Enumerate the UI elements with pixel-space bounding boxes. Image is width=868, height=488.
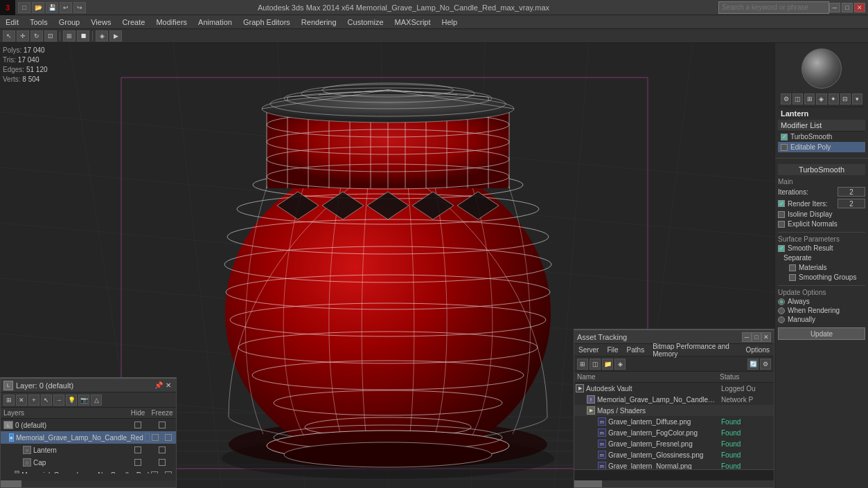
iterations-input[interactable] (838, 187, 865, 197)
layer-hide-cap[interactable] (134, 459, 141, 466)
asset-item-diffuse[interactable]: m Grave_lantern_Diffuse.png Found (574, 416, 774, 427)
always-radio[interactable] (778, 298, 785, 305)
right-tool-5[interactable]: ✦ (829, 93, 839, 105)
maximize-button[interactable]: □ (842, 3, 853, 12)
asset-tool-3[interactable]: 📁 (602, 359, 613, 370)
modifier-checkbox-editablepoly[interactable] (781, 144, 788, 151)
layer-tool-geom[interactable]: △ (91, 395, 102, 406)
search-input[interactable] (718, 1, 829, 14)
modifier-editablepoly[interactable]: Editable Poly (778, 142, 865, 152)
smoothing-checkbox[interactable] (789, 274, 796, 281)
tool-snap[interactable]: 🔲 (77, 30, 89, 42)
menu-group[interactable]: Group (53, 17, 86, 28)
layer-tool-delete[interactable]: ✕ (16, 395, 27, 406)
smooth-result-checkbox[interactable]: ✓ (778, 245, 785, 252)
asset-menu-paths[interactable]: Paths (623, 345, 649, 354)
minimize-button[interactable]: ─ (829, 3, 840, 12)
menu-views[interactable]: Views (85, 17, 116, 28)
manually-radio[interactable] (778, 316, 785, 323)
layer-pin-button[interactable]: 📌 (154, 381, 163, 390)
asset-item-vault[interactable]: ▶ Autodesk Vault Logged Ou (574, 383, 774, 394)
layer-hide-lantern[interactable] (134, 446, 141, 453)
right-tool-4[interactable]: ◈ (816, 93, 826, 105)
tool-select[interactable]: ↖ (3, 30, 15, 42)
layer-tool-select[interactable]: ↖ (41, 395, 52, 406)
tool-scale[interactable]: ⊡ (44, 30, 57, 42)
render-iters-input[interactable] (838, 199, 865, 208)
layer-tool-light[interactable]: 💡 (66, 395, 77, 406)
asset-tool-4[interactable]: ◈ (614, 359, 626, 370)
layer-freeze-memorial2[interactable] (165, 471, 172, 473)
right-tool-1[interactable]: ⚙ (781, 93, 791, 105)
materials-checkbox[interactable] (789, 264, 796, 271)
menu-maxscript[interactable]: MAXScript (389, 17, 436, 28)
asset-tool-1[interactable]: ⊞ (577, 359, 588, 370)
asset-item-glossiness[interactable]: m Grave_lantern_Glossiness.png Found (574, 449, 774, 460)
layer-freeze-cap[interactable] (159, 459, 166, 466)
asset-item-maps[interactable]: ▶ Maps / Shaders (574, 405, 774, 416)
tool-ref-coord[interactable]: ⊞ (63, 30, 76, 42)
asset-maximize-button[interactable]: □ (752, 332, 761, 342)
render-iters-checkbox[interactable]: ✓ (778, 200, 785, 207)
close-button[interactable]: ✕ (854, 3, 865, 12)
layer-item-memorial2[interactable]: ○ Memorial_Grave_Lamp_No_Candle_Red (1, 469, 176, 473)
right-tool-7[interactable]: ▾ (852, 93, 862, 105)
tool-material-editor[interactable]: ◈ (96, 30, 108, 42)
asset-menu-options[interactable]: Options (742, 345, 774, 354)
tool-rotate[interactable]: ↻ (30, 30, 43, 42)
layer-item-default[interactable]: L 0 (default) (1, 419, 176, 431)
layer-tool-camera[interactable]: 📷 (78, 395, 89, 406)
menu-customize[interactable]: Customize (342, 17, 389, 28)
update-button[interactable]: Update (778, 327, 865, 340)
tool-render[interactable]: ▶ (109, 30, 122, 42)
asset-item-file[interactable]: f Memorial_Grave_Lamp_No_Candle_Red_max_… (574, 394, 774, 405)
asset-tool-5[interactable]: 🔄 (747, 359, 759, 370)
right-tool-3[interactable]: ⊞ (804, 93, 815, 105)
asset-item-fresnel[interactable]: m Grave_lantern_Fresnel.png Found (574, 438, 774, 449)
asset-minimize-button[interactable]: ─ (742, 332, 752, 342)
layer-freeze-lantern[interactable] (159, 446, 166, 453)
layer-freeze-memorial[interactable] (165, 434, 172, 441)
menu-edit[interactable]: Edit (0, 17, 24, 28)
layer-hide-default[interactable] (134, 422, 141, 428)
when-rendering-radio[interactable] (778, 307, 785, 314)
explicit-checkbox[interactable] (778, 221, 785, 228)
menu-modifiers[interactable]: Modifiers (150, 17, 193, 28)
layer-hide-memorial2[interactable] (151, 471, 158, 473)
layer-hide-memorial[interactable] (152, 434, 159, 441)
asset-menu-server[interactable]: Server (574, 345, 603, 354)
layer-close-button[interactable]: ✕ (163, 381, 173, 390)
menu-tools[interactable]: Tools (24, 17, 53, 28)
layer-scrollbar[interactable] (1, 480, 176, 487)
toolbar-save[interactable]: 💾 (46, 2, 58, 13)
layer-freeze-default[interactable] (159, 422, 166, 428)
toolbar-open[interactable]: 📂 (32, 2, 44, 13)
menu-graph-editors[interactable]: Graph Editors (238, 17, 296, 28)
asset-item-fogcolor[interactable]: m Grave_lantern_FogColor.png Found (574, 427, 774, 438)
asset-scrollbar[interactable] (574, 480, 774, 487)
menu-animation[interactable]: Animation (193, 17, 238, 28)
layer-item-memorial[interactable]: ■ Memorial_Grave_Lamp_No_Candle_Red (1, 431, 176, 444)
menu-create[interactable]: Create (116, 17, 150, 28)
tool-move[interactable]: ✛ (17, 30, 29, 42)
menu-rendering[interactable]: Rendering (296, 17, 342, 28)
right-tool-2[interactable]: ◫ (792, 93, 803, 105)
toolbar-redo[interactable]: ↪ (73, 2, 86, 13)
layer-tool-add[interactable]: + (28, 395, 39, 406)
menu-help[interactable]: Help (436, 17, 463, 28)
layer-tool-new[interactable]: ⊞ (3, 395, 15, 406)
asset-menu-file[interactable]: File (603, 345, 622, 354)
asset-tool-6[interactable]: ⚙ (760, 359, 771, 370)
right-tool-6[interactable]: ⊟ (840, 93, 851, 105)
layer-item-lantern[interactable]: ○ Lantern (1, 444, 176, 456)
asset-menu-bitmap[interactable]: Bitmap Performance and Memory (648, 342, 741, 359)
isoline-checkbox[interactable] (778, 211, 785, 218)
toolbar-undo[interactable]: ↩ (60, 2, 72, 13)
toolbar-new[interactable]: □ (18, 2, 30, 13)
layer-item-cap[interactable]: ○ Cap (1, 456, 176, 469)
layer-tool-move[interactable]: → (53, 395, 64, 406)
modifier-turbosmooth[interactable]: ✓ TurboSmooth (778, 132, 865, 142)
asset-tool-2[interactable]: ◫ (590, 359, 601, 370)
modifier-checkbox-turbosmooth[interactable]: ✓ (781, 134, 788, 141)
asset-close-button[interactable]: ✕ (761, 332, 771, 342)
